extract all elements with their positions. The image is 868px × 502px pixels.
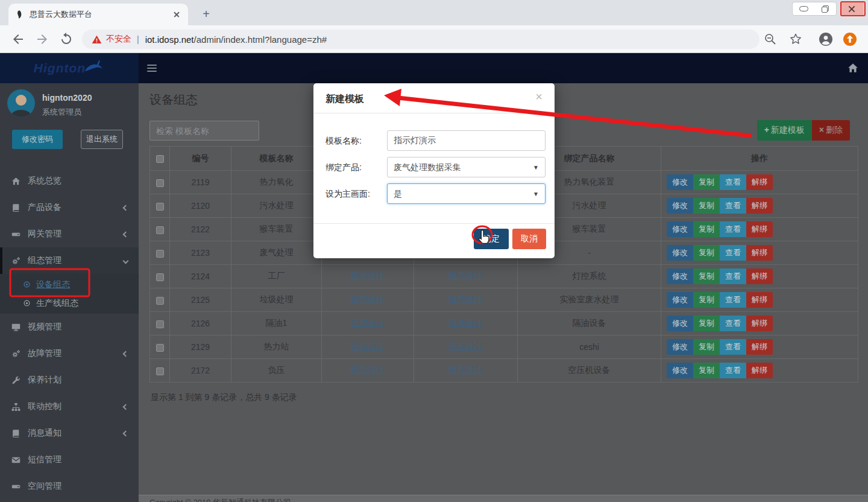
- copy-button[interactable]: 复制: [693, 363, 720, 378]
- view-button[interactable]: 查看: [720, 221, 746, 237]
- edit-button[interactable]: 修改: [667, 174, 693, 190]
- address-bar[interactable]: 不安全 | iot.idosp.net /admin/index.html?la…: [82, 30, 760, 49]
- new-tab-button[interactable]: +: [199, 7, 213, 22]
- design-link[interactable]: 组态设计: [351, 342, 385, 351]
- unbind-button[interactable]: 解绑: [746, 363, 773, 378]
- change-password-button[interactable]: 修改密码: [12, 130, 63, 149]
- row-checkbox[interactable]: [156, 320, 164, 328]
- unbind-button[interactable]: 解绑: [746, 245, 773, 261]
- edit-button[interactable]: 修改: [667, 363, 693, 378]
- sidebar-item-7[interactable]: 保养计划: [0, 367, 139, 393]
- forward-button[interactable]: [35, 32, 49, 46]
- browser-tab[interactable]: 思普云大数据平台: [8, 4, 188, 25]
- copy-button[interactable]: 复制: [693, 245, 720, 261]
- template-name-input[interactable]: [387, 130, 546, 151]
- bookmark-star-icon[interactable]: [788, 32, 803, 46]
- row-checkbox[interactable]: [156, 203, 164, 211]
- bound-product-select[interactable]: 废气处理数据采集▼: [387, 157, 546, 177]
- window-minimize-button[interactable]: [793, 2, 814, 15]
- design-link[interactable]: 组态设计: [449, 271, 483, 281]
- zoom-icon[interactable]: [763, 32, 778, 46]
- sidebar-item-4[interactable]: 组态管理: [0, 247, 139, 274]
- edit-button[interactable]: 修改: [667, 292, 693, 308]
- edit-button[interactable]: 修改: [667, 268, 693, 284]
- unbind-button[interactable]: 解绑: [746, 339, 773, 355]
- view-button[interactable]: 查看: [720, 339, 746, 355]
- sidebar-item-10[interactable]: 短信管理: [0, 446, 139, 473]
- edit-button[interactable]: 修改: [667, 316, 693, 331]
- view-button[interactable]: 查看: [720, 198, 746, 214]
- select-all-checkbox[interactable]: [156, 155, 164, 163]
- profile-avatar-icon[interactable]: [819, 32, 833, 46]
- unbind-button[interactable]: 解绑: [746, 292, 773, 308]
- sidebar-item-2[interactable]: 产品设备: [0, 194, 139, 221]
- copy-button[interactable]: 复制: [693, 292, 720, 308]
- main-screen-select[interactable]: 是▼: [387, 183, 546, 204]
- sidebar-subitem-label: 设备组态: [36, 279, 70, 290]
- sidebar-item-3[interactable]: 网关管理: [0, 221, 139, 247]
- sidebar-item-5[interactable]: 视频管理: [0, 314, 139, 340]
- confirm-button[interactable]: 确定: [474, 229, 509, 249]
- row-checkbox[interactable]: [156, 273, 164, 281]
- sidebar-subitem-2[interactable]: 生产线组态: [0, 294, 139, 313]
- sidebar-item-6[interactable]: 故障管理: [0, 340, 139, 367]
- unbind-button[interactable]: 解绑: [746, 316, 773, 331]
- edit-button[interactable]: 修改: [667, 198, 693, 214]
- design-link[interactable]: 组态设计: [351, 318, 385, 328]
- new-template-button[interactable]: +新建模板: [757, 120, 812, 141]
- copy-button[interactable]: 复制: [693, 339, 720, 355]
- edit-button[interactable]: 修改: [667, 245, 693, 261]
- view-button[interactable]: 查看: [720, 292, 746, 308]
- browser-update-icon[interactable]: [843, 32, 857, 46]
- sidebar-toggle-icon[interactable]: [147, 63, 158, 74]
- design-link[interactable]: 组态设计: [351, 294, 385, 304]
- view-button[interactable]: 查看: [720, 316, 746, 331]
- design-link[interactable]: 组态设计: [449, 294, 483, 304]
- copy-button[interactable]: 复制: [693, 174, 720, 190]
- logout-button[interactable]: 退出系统: [81, 130, 123, 149]
- design-link[interactable]: 组态设计: [449, 318, 483, 328]
- copy-button[interactable]: 复制: [693, 268, 720, 284]
- unbind-button[interactable]: 解绑: [746, 174, 773, 190]
- row-checkbox[interactable]: [156, 297, 164, 305]
- copy-button[interactable]: 复制: [693, 198, 720, 214]
- design-link[interactable]: 组态设计: [351, 365, 385, 375]
- view-button[interactable]: 查看: [720, 363, 746, 378]
- chevron-down-icon: [123, 258, 129, 264]
- brand-logo[interactable]: Hignton: [0, 53, 139, 83]
- row-checkbox[interactable]: [156, 250, 164, 258]
- edit-button[interactable]: 修改: [667, 339, 693, 355]
- design-link[interactable]: 组态设计: [449, 365, 483, 375]
- hdd-icon: [11, 230, 20, 239]
- modal-close-icon[interactable]: ×: [533, 91, 545, 103]
- window-close-button[interactable]: [840, 2, 863, 16]
- sidebar-subitem-1[interactable]: 设备组态: [0, 275, 139, 294]
- edit-button[interactable]: 修改: [667, 221, 693, 237]
- sidebar-item-9[interactable]: 消息通知: [0, 420, 139, 446]
- copy-button[interactable]: 复制: [693, 221, 720, 237]
- copy-button[interactable]: 复制: [693, 316, 720, 331]
- unbind-button[interactable]: 解绑: [746, 198, 773, 214]
- sidebar-item-1[interactable]: 系统总览: [0, 168, 139, 194]
- reload-button[interactable]: [59, 32, 74, 46]
- row-checkbox[interactable]: [156, 367, 164, 375]
- home-icon[interactable]: [848, 63, 858, 74]
- window-restore-button[interactable]: [814, 2, 836, 15]
- row-checkbox[interactable]: [156, 226, 164, 234]
- back-button[interactable]: [11, 32, 25, 46]
- search-input[interactable]: [149, 121, 259, 141]
- sidebar-item-8[interactable]: 联动控制: [0, 393, 139, 420]
- sidebar-item-11[interactable]: 空间管理: [0, 473, 139, 500]
- unbind-button[interactable]: 解绑: [746, 221, 773, 237]
- design-link[interactable]: 组态设计: [449, 342, 483, 351]
- view-button[interactable]: 查看: [720, 245, 746, 261]
- tab-close-icon[interactable]: [171, 9, 182, 20]
- unbind-button[interactable]: 解绑: [746, 268, 773, 284]
- cancel-button[interactable]: 取消: [512, 229, 546, 249]
- delete-button[interactable]: ×删除: [812, 120, 850, 141]
- row-checkbox[interactable]: [156, 344, 164, 352]
- view-button[interactable]: 查看: [720, 268, 746, 284]
- row-checkbox[interactable]: [156, 179, 164, 187]
- view-button[interactable]: 查看: [720, 174, 746, 190]
- design-link[interactable]: 组态设计: [351, 271, 385, 281]
